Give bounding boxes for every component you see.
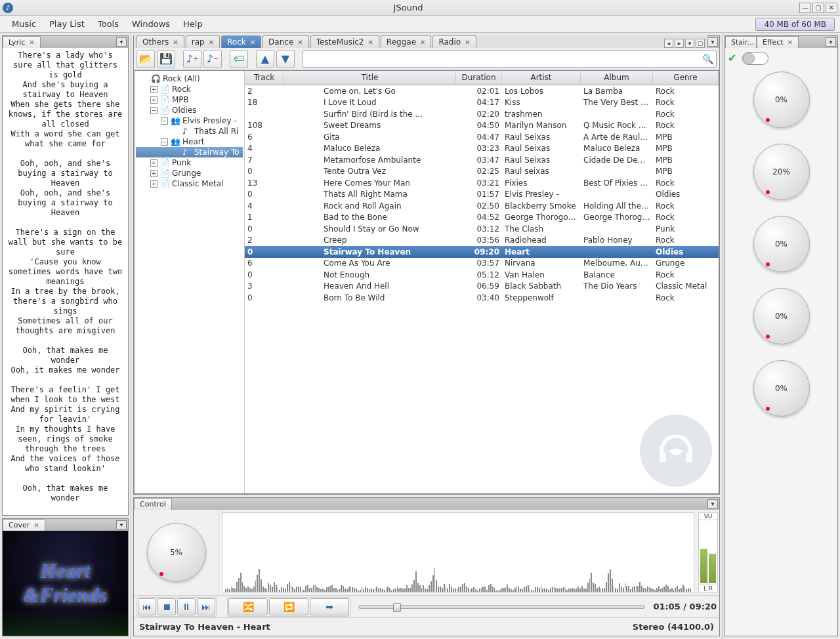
close-icon[interactable]: ✕ [788,39,793,46]
table-row[interactable]: 1Bad to the Bone04:52George Thorogoo...G… [245,212,719,224]
effect-knob[interactable]: 0% [753,216,810,272]
volume-knob[interactable]: 5% [147,523,206,582]
close-button[interactable]: ✕ [826,3,837,13]
tree-expander[interactable]: − [150,107,158,114]
table-row[interactable]: 18I Love It Loud04:17KissThe Very Best o… [245,97,719,109]
tab-maximize-button[interactable]: ▢ [696,39,705,48]
panel-minimize-button[interactable]: ▾ [707,37,718,47]
remove-music-button[interactable]: ♪− [203,50,222,68]
table-row[interactable]: Surfin' Bird (Bird is the ...02:20trashm… [245,108,719,120]
tree-node[interactable]: ♪Thats All Ri [136,126,243,136]
tree-node[interactable]: +📄Classic Metal [136,178,243,189]
close-icon[interactable]: ✕ [465,39,470,46]
close-icon[interactable]: ✕ [209,39,214,46]
pause-button[interactable]: ⏸ [177,598,196,615]
tree-expander[interactable]: + [150,170,158,177]
tree-node[interactable]: 🎧Rock (All) [136,73,243,84]
menu-music[interactable]: Music [5,16,43,31]
effect-knob[interactable]: 0% [753,72,810,128]
tree-expander[interactable]: + [150,86,158,93]
close-icon[interactable]: ✕ [33,522,39,529]
stop-button[interactable]: ⏹ [158,598,176,615]
close-icon[interactable]: ✕ [250,39,255,46]
panel-minimize-button[interactable]: ▾ [116,520,127,529]
table-row[interactable]: 3Heaven And Hell06:59Black SabbathThe Di… [245,281,719,293]
table-row[interactable]: 108Sweet Dreams04:50Marilyn MansonQ Musi… [245,120,719,132]
tree-node[interactable]: −👥Elvis Presley - [136,115,243,126]
table-row[interactable]: 0Stairway To Heaven09:20HeartOldies [245,246,719,258]
control-tab-label[interactable]: Control [140,500,166,508]
lyric-tab-label[interactable]: Lyric [9,38,25,47]
panel-minimize-button[interactable]: ▾ [707,499,718,508]
effect-toggle[interactable] [742,52,768,65]
tab-scroll-left-button[interactable]: ◂ [664,39,673,48]
table-row[interactable]: 6Come As You Are03:57NirvanaMelbourne, A… [245,258,719,270]
playlist-tab[interactable]: Dance✕ [262,35,309,48]
previous-button[interactable]: ⏮ [138,598,156,615]
repeat-button[interactable]: 🔁 [269,598,308,615]
menu-windows[interactable]: Windows [125,16,177,31]
close-icon[interactable]: ✕ [297,39,303,46]
column-artist[interactable]: Artist [502,71,581,85]
panel-minimize-button[interactable]: ▾ [116,37,127,47]
shuffle-button[interactable]: 🔀 [228,598,268,615]
close-icon[interactable]: ✕ [29,39,34,46]
cover-tab-label[interactable]: Cover [9,521,30,529]
playlist-tab[interactable]: Rock✕ [221,35,261,48]
table-row[interactable]: 0Born To Be Wild03:40SteppenwolfRock [245,292,719,304]
menu-playlist[interactable]: Play List [43,16,91,31]
tree-expander[interactable]: + [150,159,158,167]
table-row[interactable]: 0Should I Stay or Go Now03:12The ClashPu… [245,223,719,235]
playlist-tab[interactable]: TesteMusic2✕ [310,35,379,48]
close-icon[interactable]: ✕ [368,39,373,46]
tree-expander[interactable]: − [161,117,168,125]
search-input[interactable] [306,54,702,64]
close-icon[interactable]: ✕ [420,39,425,46]
skip-forward-button[interactable]: ➡ [310,598,349,615]
tree-node[interactable]: +📄Rock [136,84,243,94]
playlist-tab[interactable]: rap✕ [186,35,220,48]
effect-tab-label[interactable]: Effect [763,38,784,47]
sort-up-button[interactable]: ▲ [256,50,274,68]
menu-help[interactable]: Help [177,16,209,31]
tree-node[interactable]: −👥Heart [136,136,243,147]
playlist-tab[interactable]: Reggae✕ [381,35,432,48]
maximize-button[interactable]: ▢ [812,3,824,13]
column-title[interactable]: Title [284,71,456,85]
minimize-button[interactable]: — [799,3,811,13]
tree-node[interactable]: +📄MPB [136,94,243,105]
table-row[interactable]: 2Creep03:56RadioheadPablo HoneyRock [245,235,719,247]
tab-scroll-right-button[interactable]: ▸ [675,39,684,48]
playlist-tab[interactable]: Radio✕ [432,35,476,48]
menu-tools[interactable]: Tools [91,16,125,31]
panel-minimize-button[interactable]: ▾ [826,37,836,47]
column-genre[interactable]: Genre [653,71,719,85]
effect-knob[interactable]: 0% [753,288,810,344]
tree-node[interactable]: −📄Oldies [136,105,243,115]
column-duration[interactable]: Duration [456,71,502,85]
table-row[interactable]: 7Metamorfose Ambulante03:47Raul SeixasCi… [245,154,719,166]
column-track[interactable]: Track [245,71,284,85]
tree-node[interactable]: +📄Grunge [136,168,243,178]
tag-button[interactable]: 🏷 [230,50,248,68]
tree-expander[interactable]: + [150,96,158,104]
table-row[interactable]: 6Gita04:47Raul SeixasA Arte de Raul S...… [245,131,719,143]
tree-expander[interactable]: − [161,138,168,146]
add-music-button[interactable]: ♪+ [183,50,201,68]
tab-list-button[interactable]: ▾ [685,39,694,48]
search-icon[interactable]: 🔍 [702,54,713,64]
effect-knob[interactable]: 20% [753,144,810,200]
effect-knob[interactable]: 0% [753,360,810,417]
seek-slider[interactable] [358,605,645,609]
table-row[interactable]: 0Tente Outra Vez02:25Raul seixasMPB [245,166,719,178]
playlist-tab[interactable]: Others✕ [136,35,184,48]
close-icon[interactable]: ✕ [173,39,178,46]
stairway-tab-label[interactable]: Stair... [731,38,754,47]
table-row[interactable]: 13Here Comes Your Man03:21PixiesBest Of … [245,177,719,189]
table-row[interactable]: 4Rock and Roll Again02:50Blackberry Smok… [245,200,719,212]
tree-node[interactable]: +📄Punk [136,157,243,168]
table-row[interactable]: 0Thats All Right Mama01:57Elvis Presley … [245,189,719,201]
table-row[interactable]: 0Not Enough05:12Van HalenBalanceRock [245,269,719,281]
column-album[interactable]: Album [581,71,653,85]
tree-expander[interactable]: + [150,180,158,188]
